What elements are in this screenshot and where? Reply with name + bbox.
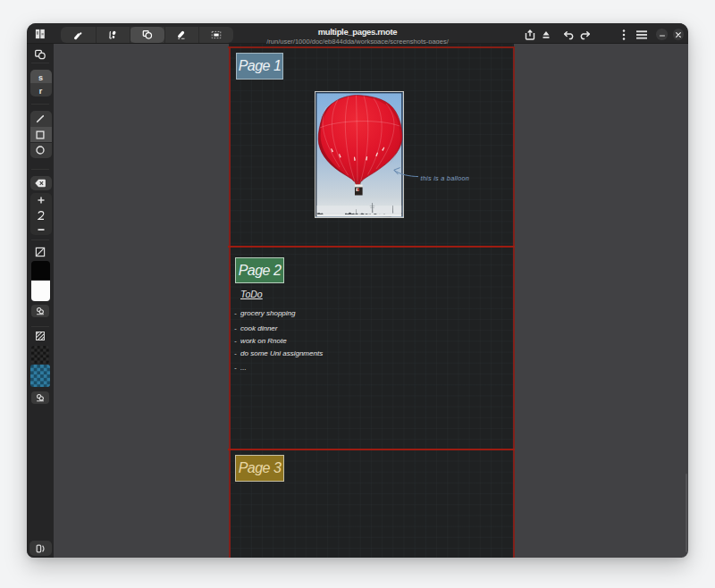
svg-text:this is a balloon: this is a balloon <box>421 174 470 182</box>
